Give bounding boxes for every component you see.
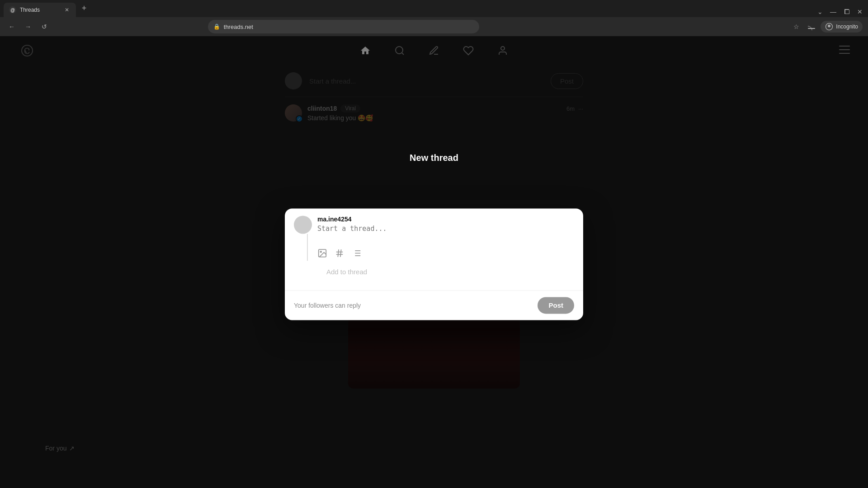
browser-chrome: @ Threads ✕ + ⌄ — ⧠ ✕ ← → ↺ 🔒 threads.ne… bbox=[0, 0, 868, 36]
modal-username: ma.ine4254 bbox=[317, 216, 574, 223]
modal-post-button[interactable]: Post bbox=[538, 297, 574, 314]
svg-line-13 bbox=[340, 249, 341, 257]
modal-user-row: ma.ine4254 bbox=[294, 216, 574, 261]
attach-image-icon[interactable] bbox=[317, 248, 327, 260]
list-icon[interactable] bbox=[352, 248, 362, 260]
cast-button[interactable] bbox=[805, 20, 818, 33]
modal-user-content: ma.ine4254 bbox=[317, 216, 574, 260]
browser-controls-bar: ← → ↺ 🔒 threads.net ☆ Incognito bbox=[0, 17, 868, 36]
add-to-thread[interactable]: Add to thread bbox=[294, 261, 574, 283]
tab-close-button[interactable]: ✕ bbox=[63, 6, 71, 14]
new-tab-button[interactable]: + bbox=[78, 2, 90, 14]
followers-reply-text: Your followers can reply bbox=[294, 302, 361, 309]
maximize-button[interactable]: ⧠ bbox=[842, 6, 852, 17]
hashtag-icon[interactable] bbox=[335, 248, 344, 260]
incognito-label: Incognito bbox=[836, 23, 858, 30]
back-button[interactable]: ← bbox=[5, 20, 18, 33]
close-button[interactable]: ✕ bbox=[855, 6, 864, 17]
dropdown-icon[interactable]: ⌄ bbox=[816, 6, 825, 17]
new-thread-modal: ma.ine4254 Add to thre bbox=[285, 208, 583, 320]
forward-button[interactable]: → bbox=[22, 20, 34, 33]
window-controls: ⌄ — ⧠ ✕ bbox=[816, 6, 864, 17]
tab-favicon: @ bbox=[9, 6, 16, 14]
modal-thread-line bbox=[307, 234, 308, 261]
url-text: threads.net bbox=[224, 23, 474, 30]
modal-footer: Your followers can reply Post bbox=[285, 290, 583, 320]
page: Start a thread... Post ✓ cliinton18 Vira… bbox=[0, 36, 868, 488]
incognito-button[interactable]: Incognito bbox=[821, 21, 863, 33]
minimize-button[interactable]: — bbox=[828, 6, 838, 17]
svg-point-1 bbox=[828, 25, 830, 28]
bookmark-button[interactable]: ☆ bbox=[790, 20, 802, 33]
tab-title-text: Threads bbox=[20, 7, 60, 13]
modal-thread-input[interactable] bbox=[317, 225, 574, 243]
modal-avatar bbox=[294, 216, 312, 234]
svg-point-9 bbox=[320, 251, 321, 253]
tab-bar: @ Threads ✕ + ⌄ — ⧠ ✕ bbox=[0, 0, 868, 17]
modal-body: ma.ine4254 Add to thre bbox=[285, 208, 583, 290]
refresh-button[interactable]: ↺ bbox=[38, 20, 51, 33]
svg-line-12 bbox=[338, 249, 339, 257]
browser-actions: ☆ Incognito bbox=[790, 20, 863, 33]
address-bar[interactable]: 🔒 threads.net bbox=[208, 20, 479, 33]
active-tab[interactable]: @ Threads ✕ bbox=[4, 3, 76, 17]
lock-icon: 🔒 bbox=[213, 23, 220, 30]
